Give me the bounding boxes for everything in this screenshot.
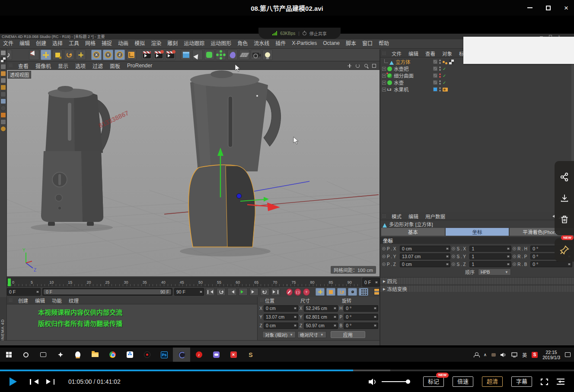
viewport-solo-icon[interactable] bbox=[0, 98, 6, 104]
keyframe-selection-button[interactable]: ? bbox=[303, 288, 310, 296]
key-circle-icon[interactable] bbox=[382, 247, 386, 250]
layer-color-icon[interactable] bbox=[433, 87, 437, 92]
people-icon[interactable] bbox=[474, 352, 479, 357]
spinner-icon[interactable] bbox=[507, 247, 510, 251]
clock[interactable]: 22:15 2019/1/3 bbox=[542, 350, 560, 360]
maximize-button[interactable] bbox=[545, 4, 552, 11]
c4d-menu-item[interactable]: Octane bbox=[320, 40, 343, 46]
viewport-menu-item[interactable]: 显示 bbox=[54, 62, 72, 70]
object-row-subdiv[interactable]: + 细分曲面 ✓ bbox=[380, 72, 574, 79]
spinner-icon[interactable] bbox=[375, 280, 378, 285]
expand-icon[interactable]: + bbox=[382, 74, 386, 78]
material-menu-item[interactable]: 编辑 bbox=[32, 297, 48, 304]
quality-button[interactable]: 超清 bbox=[482, 376, 503, 387]
fullscreen-icon[interactable] bbox=[541, 379, 548, 385]
p-field[interactable]: 13.07 cm bbox=[400, 253, 450, 259]
rotate-tool-button[interactable] bbox=[64, 50, 74, 60]
stop-sharing-button[interactable]: 停止共享 bbox=[309, 30, 327, 37]
key-circle-icon[interactable] bbox=[452, 262, 455, 266]
spinner-icon[interactable] bbox=[507, 262, 510, 266]
object-menu-item[interactable]: 对象 bbox=[439, 50, 456, 57]
model-mode-icon[interactable] bbox=[0, 50, 6, 56]
ime-indicator[interactable]: 英 bbox=[522, 351, 527, 358]
delete-icon[interactable] bbox=[560, 215, 569, 224]
key-circle-icon[interactable] bbox=[513, 262, 516, 266]
add-mograph-button[interactable] bbox=[216, 50, 226, 60]
pin-chip[interactable]: NEW bbox=[555, 238, 574, 262]
workplane-mode-icon[interactable] bbox=[0, 64, 6, 70]
red-x-app-button[interactable]: × bbox=[225, 348, 242, 362]
c4d-menu-item[interactable]: 文件 bbox=[0, 39, 16, 47]
chrome-button[interactable] bbox=[104, 348, 121, 362]
attribute-menu-item[interactable]: 编辑 bbox=[405, 213, 422, 220]
timeline-ruler[interactable]: 051015202530354045505560657075808590 bbox=[7, 278, 361, 287]
fold-section-quaternion[interactable]: ▸ 四元 bbox=[380, 277, 574, 284]
enable-axis-icon[interactable] bbox=[0, 92, 6, 97]
spinner-icon[interactable] bbox=[507, 254, 510, 259]
redo-button[interactable] bbox=[13, 50, 24, 60]
key-circle-icon[interactable] bbox=[513, 255, 516, 258]
apply-button[interactable]: 应用 bbox=[331, 331, 365, 338]
autokey-button[interactable]: ( ) bbox=[294, 288, 301, 296]
view-zoom-icon[interactable] bbox=[363, 63, 369, 69]
add-camera-button[interactable] bbox=[251, 50, 261, 60]
previous-video-button[interactable] bbox=[30, 379, 38, 385]
task-view-button[interactable] bbox=[35, 348, 52, 362]
rotation-field[interactable]: 0 ° bbox=[344, 305, 378, 312]
key-pla-button[interactable] bbox=[359, 288, 368, 296]
quantize-icon[interactable] bbox=[0, 119, 6, 125]
play-button[interactable] bbox=[10, 377, 17, 386]
loop-mode-button[interactable] bbox=[260, 288, 269, 296]
render-picture-button[interactable] bbox=[153, 50, 164, 60]
action-center-icon[interactable] bbox=[565, 352, 571, 357]
points-mode-icon[interactable] bbox=[0, 71, 6, 76]
next-video-button[interactable] bbox=[46, 379, 55, 385]
panel-grip-icon[interactable] bbox=[9, 298, 13, 303]
spinner-icon[interactable] bbox=[374, 315, 377, 319]
c4d-menu-item[interactable]: 脚本 bbox=[343, 39, 359, 47]
spinner-icon[interactable] bbox=[36, 290, 39, 294]
cortana-search-button[interactable] bbox=[17, 348, 35, 362]
c4d-menu-item[interactable]: 选择 bbox=[49, 39, 66, 47]
object-menu-item[interactable]: 查看 bbox=[422, 50, 439, 57]
viewport-3d[interactable]: 透视视图 网格间距：100 cm bbox=[7, 70, 379, 276]
key-circle-icon[interactable] bbox=[452, 247, 455, 250]
c4d-menu-item[interactable]: 插件 bbox=[272, 39, 289, 47]
mark-button[interactable]: NEW 标记 bbox=[423, 376, 444, 387]
tab-coordinates[interactable]: 坐标 bbox=[446, 228, 509, 236]
pinwheel-app-button[interactable] bbox=[52, 348, 69, 362]
purple-app-button[interactable] bbox=[207, 348, 225, 362]
network-icon[interactable] bbox=[511, 352, 517, 357]
c4d-menu-item[interactable]: 渲染 bbox=[148, 39, 164, 47]
key-circle-icon[interactable] bbox=[452, 255, 455, 258]
file-explorer-button[interactable] bbox=[86, 348, 104, 362]
timeline-playhead[interactable] bbox=[8, 278, 11, 286]
play-button[interactable] bbox=[239, 288, 248, 296]
object-menu-item[interactable]: 文件 bbox=[388, 50, 405, 57]
c4d-menu-item[interactable]: 工具 bbox=[66, 39, 82, 47]
add-light-button[interactable] bbox=[262, 50, 273, 60]
enabled-check-icon[interactable]: ✓ bbox=[443, 66, 446, 71]
edges-mode-icon[interactable] bbox=[0, 78, 6, 83]
c4d-menu-item[interactable]: 编辑 bbox=[16, 39, 33, 47]
p-field[interactable]: 0 cm bbox=[400, 246, 450, 252]
c4d-menu-item[interactable]: 帮助 bbox=[376, 39, 392, 47]
key-scale-button[interactable] bbox=[326, 288, 335, 296]
layer-icon[interactable] bbox=[433, 73, 437, 78]
add-spline-button[interactable] bbox=[192, 50, 203, 60]
visibility-dots-icon[interactable] bbox=[439, 87, 441, 92]
lock-y-button[interactable]: Y bbox=[103, 50, 113, 60]
c4d-menu-item[interactable]: X-Particles bbox=[289, 40, 320, 46]
spinner-icon[interactable] bbox=[446, 262, 449, 266]
visibility-dots-icon[interactable] bbox=[439, 66, 441, 71]
object-row-juicer[interactable]: + L2 水果机 bbox=[380, 86, 574, 93]
viewport-menu-item[interactable]: ProRender bbox=[124, 63, 156, 69]
render-view-button[interactable] bbox=[142, 50, 152, 60]
gold-s-app-button[interactable]: S bbox=[242, 348, 259, 362]
s-field[interactable]: 1 bbox=[469, 261, 511, 267]
pin-icon[interactable] bbox=[559, 245, 570, 255]
panel-grip-icon[interactable] bbox=[382, 214, 386, 218]
viewport-menu-item[interactable]: 查看 bbox=[15, 62, 32, 70]
render-settings-button[interactable] bbox=[165, 50, 175, 60]
spinner-icon[interactable] bbox=[446, 254, 449, 259]
